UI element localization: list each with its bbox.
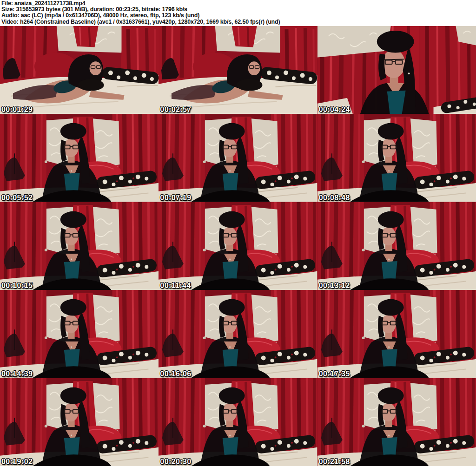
thumbnail-scene-seated [0,378,159,466]
timestamp-overlay: 00:11:44 [160,282,191,290]
video-thumbnail: 00:07:19 [159,114,317,202]
thumbnail-scene-seated [317,378,476,466]
timestamp-overlay: 00:13:12 [319,282,350,290]
video-thumbnail: 00:01:29 [0,26,159,114]
video-thumbnail: 00:10:15 [0,202,159,290]
thumbnail-scene-closeup [317,26,476,114]
timestamp-overlay: 00:17:35 [319,370,350,378]
video-thumbnail: 00:13:12 [317,202,476,290]
timestamp-overlay: 00:05:52 [1,194,33,202]
video-thumbnail: 00:04:24 [317,26,476,114]
timestamp-overlay: 00:21:58 [319,458,350,466]
video-thumbnail: 00:19:02 [0,378,159,466]
timestamp-overlay: 00:19:02 [1,458,33,466]
timestamp-overlay: 00:14:39 [1,370,33,378]
thumbnail-scene-seated [317,202,476,290]
thumbnail-scene-seated [0,290,159,378]
video-thumbnail: 00:08:48 [317,114,476,202]
video-contact-sheet: File: anaiza_202411271738.mp4 Size: 3156… [0,0,476,466]
thumbnail-scene-seated [317,114,476,202]
video-thumbnail: 00:02:57 [159,26,317,114]
timestamp-overlay: 00:01:29 [1,105,33,114]
thumbnail-scene-seated [159,114,317,202]
timestamp-overlay: 00:16:06 [160,370,191,378]
video-thumbnail: 00:20:30 [159,378,317,466]
timestamp-overlay: 00:08:48 [319,194,350,202]
thumbnail-scene-seated [0,202,159,290]
thumbnail-scene-seated [317,290,476,378]
video-thumbnail: 00:05:52 [0,114,159,202]
video-thumbnail: 00:11:44 [159,202,317,290]
timestamp-overlay: 00:02:57 [160,105,191,114]
video-thumbnail: 00:21:58 [317,378,476,466]
timestamp-overlay: 00:04:24 [319,105,350,114]
video-thumbnail: 00:14:39 [0,290,159,378]
file-metadata-header: File: anaiza_202411271738.mp4 Size: 3156… [0,0,476,26]
thumbnail-scene-lying [0,26,159,114]
thumbnail-scene-seated [159,378,317,466]
timestamp-overlay: 00:07:19 [160,194,191,202]
thumbnail-scene-seated [0,114,159,202]
header-line-video: Video: h264 (Constrained Baseline) (avc1… [1,19,476,25]
thumbnail-scene-lying [159,26,317,114]
timestamp-overlay: 00:10:15 [1,282,33,290]
video-thumbnail: 00:17:35 [317,290,476,378]
thumbnail-scene-seated [159,202,317,290]
thumbnail-grid: 00:01:29 [0,26,476,466]
header-line-audio: Audio: aac (LC) (mp4a / 0x6134706D), 480… [1,13,476,19]
thumbnail-scene-seated [159,290,317,378]
timestamp-overlay: 00:20:30 [160,458,191,466]
video-thumbnail: 00:16:06 [159,290,317,378]
